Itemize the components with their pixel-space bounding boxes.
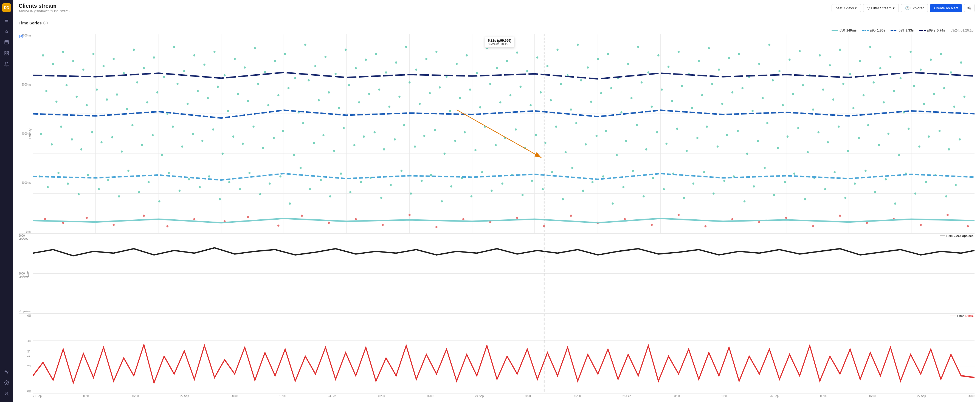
svg-point-321 <box>98 188 100 190</box>
svg-point-182 <box>560 83 562 85</box>
sidebar-item-menu[interactable]: ☰ <box>2 15 11 25</box>
svg-point-141 <box>146 101 148 103</box>
svg-point-289 <box>706 126 708 128</box>
svg-point-359 <box>481 171 483 173</box>
edit-icon[interactable] <box>19 35 23 39</box>
svg-point-294 <box>757 140 759 142</box>
svg-point-159 <box>328 91 330 94</box>
svg-point-206 <box>802 84 804 86</box>
svg-point-347 <box>360 181 362 183</box>
svg-point-339 <box>279 175 281 178</box>
svg-line-13 <box>969 8 970 9</box>
svg-point-70 <box>355 67 357 69</box>
svg-point-62 <box>274 60 276 62</box>
sidebar-item-logs[interactable] <box>2 37 11 47</box>
svg-point-53 <box>183 70 185 72</box>
filter-stream-button[interactable]: ▽ Filter Stream ▾ <box>863 4 899 12</box>
svg-point-232 <box>131 124 133 126</box>
svg-point-180 <box>540 91 542 94</box>
rate-svg <box>33 234 975 313</box>
legend-label-p50: p50 <box>840 29 845 32</box>
svg-point-8 <box>6 382 7 384</box>
svg-point-218 <box>923 103 925 105</box>
create-alert-button[interactable]: Create an alert <box>930 4 962 12</box>
svg-point-122 <box>879 67 881 69</box>
svg-point-128 <box>940 53 942 55</box>
sidebar-item-alerts[interactable] <box>2 59 11 69</box>
svg-point-110 <box>758 63 760 65</box>
svg-point-432 <box>705 225 706 227</box>
svg-point-129 <box>950 71 952 73</box>
svg-point-400 <box>894 202 896 205</box>
svg-point-280 <box>616 154 617 156</box>
time-range-button[interactable]: past 7 days ▾ <box>832 4 861 12</box>
svg-point-352 <box>410 192 412 195</box>
sidebar-item-dashboard[interactable] <box>2 48 11 58</box>
legend-label-p99-9: p99.9 <box>928 29 935 32</box>
sidebar-item-home[interactable]: ⌂ <box>2 26 11 36</box>
svg-point-396 <box>854 183 856 185</box>
svg-point-349 <box>380 197 382 199</box>
svg-point-145 <box>186 103 188 105</box>
x-label-22sep: 22 Sep <box>180 395 189 397</box>
svg-point-364 <box>531 180 533 182</box>
svg-point-189 <box>630 97 632 99</box>
svg-rect-4 <box>5 51 6 52</box>
svg-point-383 <box>723 180 725 182</box>
info-icon[interactable]: ? <box>43 21 48 25</box>
svg-point-183 <box>570 108 572 111</box>
svg-point-61 <box>264 71 266 73</box>
svg-point-296 <box>777 147 779 149</box>
svg-point-438 <box>866 222 868 224</box>
svg-point-138 <box>116 94 118 96</box>
chart-title: Time Series <box>19 21 42 25</box>
sidebar-item-user[interactable] <box>2 389 11 399</box>
svg-rect-6 <box>5 54 6 55</box>
svg-point-126 <box>920 68 921 71</box>
svg-point-241 <box>222 153 224 155</box>
rate-chart: Rate 2,264 ops/sec Rate <box>33 234 975 313</box>
sidebar-item-settings[interactable] <box>2 378 11 388</box>
svg-point-427 <box>570 215 572 217</box>
svg-point-305 <box>867 124 869 126</box>
svg-point-121 <box>869 46 871 48</box>
svg-point-273 <box>544 142 546 144</box>
sidebar-logo[interactable]: DD <box>2 3 11 12</box>
svg-point-49 <box>143 67 145 69</box>
err-y-axis: 6% 4% 2% 0% <box>19 314 33 394</box>
svg-point-388 <box>773 194 775 196</box>
err-legend: Error 5.19% <box>950 314 974 318</box>
svg-point-212 <box>862 94 864 96</box>
explorer-button[interactable]: 🕐 Explorer <box>901 4 928 12</box>
x-label-08-3: 08:00 <box>378 395 385 397</box>
svg-point-394 <box>834 171 835 173</box>
rate-section-label: Rate <box>26 270 30 276</box>
svg-point-204 <box>782 104 784 106</box>
svg-point-118 <box>839 49 841 51</box>
svg-point-155 <box>288 87 290 89</box>
svg-point-185 <box>590 101 592 103</box>
y-label-2000: 2000ms <box>21 181 31 184</box>
svg-point-355 <box>441 200 443 202</box>
svg-point-176 <box>500 101 501 103</box>
sidebar-item-pulse[interactable] <box>2 367 11 377</box>
svg-point-130 <box>960 62 962 64</box>
share-button[interactable] <box>964 4 975 12</box>
svg-point-237 <box>181 145 183 148</box>
svg-point-377 <box>663 188 665 190</box>
time-range-label: past 7 days <box>836 6 854 10</box>
svg-point-330 <box>188 178 190 180</box>
svg-point-224 <box>51 143 52 146</box>
svg-point-191 <box>651 106 653 108</box>
svg-point-132 <box>56 101 57 103</box>
svg-point-142 <box>156 91 158 94</box>
svg-point-73 <box>385 71 387 73</box>
svg-point-344 <box>329 195 331 197</box>
svg-point-256 <box>374 131 375 133</box>
svg-point-318 <box>67 183 69 185</box>
svg-point-54 <box>193 54 195 57</box>
svg-point-213 <box>873 81 875 84</box>
svg-point-67 <box>325 56 326 58</box>
chart-header: Time Series ? <box>19 21 975 25</box>
svg-point-221 <box>953 106 955 108</box>
